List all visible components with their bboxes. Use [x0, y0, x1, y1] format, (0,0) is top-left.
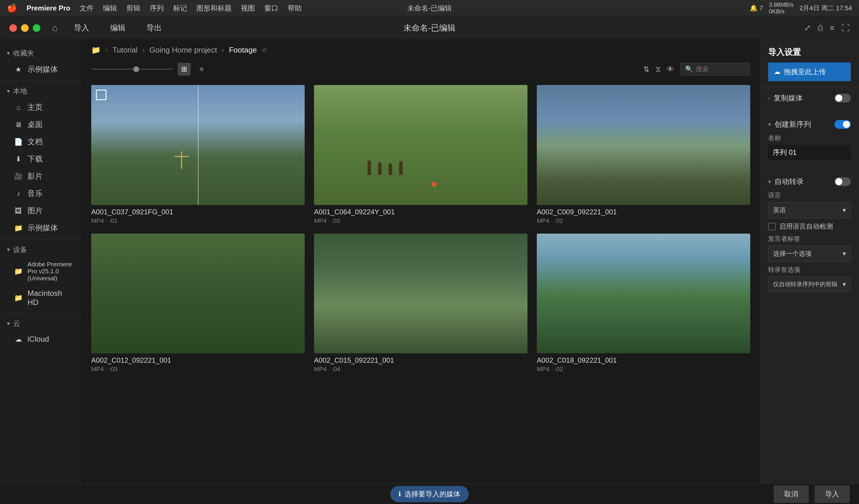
breadcrumb-star[interactable]: ☆: [261, 46, 268, 54]
media-item[interactable]: A002_C018_092221_001 MP4 · :02: [537, 234, 750, 373]
search-box[interactable]: 🔍: [680, 63, 750, 76]
import-button[interactable]: 导入: [815, 485, 850, 503]
media-thumbnail: [314, 85, 527, 205]
grid-view-button[interactable]: ⊞: [178, 63, 191, 76]
media-item[interactable]: A001_C064_09224Y_001 MP4 · :02: [314, 85, 527, 224]
close-button[interactable]: [9, 24, 17, 32]
menu-clip[interactable]: 剪辑: [126, 3, 140, 13]
expand-icon[interactable]: ⤢: [804, 23, 811, 33]
sidebar-item-movies[interactable]: 🎥 影片: [0, 168, 81, 185]
language-select[interactable]: 英语 ▾: [768, 202, 851, 218]
sidebar-item-macintosh[interactable]: 📁 Macintosh HD: [0, 285, 81, 310]
copy-media-header[interactable]: › 复制媒体: [768, 93, 851, 103]
thumb-image: [91, 85, 305, 205]
import-tab[interactable]: 导入: [69, 20, 94, 35]
media-grid: A001_C037_0921FG_001 MP4 · :01: [82, 80, 759, 484]
media-meta: MP4 · :04: [314, 366, 527, 373]
edit-tab[interactable]: 编辑: [106, 20, 130, 35]
menubar-title: 未命名-已编辑: [407, 3, 452, 13]
cloud-label: 云: [13, 319, 20, 328]
slider-thumb[interactable]: [133, 66, 139, 72]
list-icon[interactable]: ≡: [830, 23, 834, 33]
minimize-button[interactable]: [21, 24, 29, 32]
sidebar-item-premiere[interactable]: 📁 Adobe Premiere Pro v25.1.0 (Universal): [0, 257, 81, 285]
menu-sequence[interactable]: 序列: [150, 3, 164, 13]
upload-button[interactable]: ☁ 拖拽至此上传: [768, 62, 851, 81]
bottom-bar: ℹ 选择要导入的媒体 取消 导入: [0, 484, 859, 504]
divider-2: [0, 239, 81, 240]
import-info-banner: ℹ 选择要导入的媒体: [390, 486, 469, 502]
auto-transcribe-header[interactable]: ▾ 自动转录: [768, 177, 851, 186]
auto-detect-checkbox[interactable]: [768, 223, 776, 231]
chevron-down-icon: ▾: [768, 121, 771, 128]
cloud-header[interactable]: ▾ 云: [0, 316, 81, 331]
sidebar-item-home[interactable]: ⌂ 主页: [0, 99, 81, 116]
transcribe-value: 仅自动转录序列中的剪辑: [773, 280, 838, 288]
right-panel: 导入设置 ☁ 拖拽至此上传 › 复制媒体 ▾ 创建新序列: [759, 40, 859, 484]
media-item[interactable]: A002_C015_092221_001 MP4 · :04: [314, 234, 527, 373]
search-input[interactable]: [696, 65, 745, 73]
picture-icon: 🖼: [14, 207, 23, 215]
create-sequence-toggle[interactable]: [834, 120, 851, 129]
cloud-arrow: ▾: [7, 320, 10, 327]
menu-edit[interactable]: 编辑: [103, 3, 117, 13]
home-icon[interactable]: ⌂: [52, 22, 58, 33]
sidebar-item-label: 主页: [28, 102, 43, 112]
auto-transcribe-toggle[interactable]: [834, 177, 851, 186]
sidebar-item-pictures[interactable]: 🖼 图片: [0, 202, 81, 219]
copy-media-toggle[interactable]: [834, 94, 851, 103]
chevron-down-icon: ▾: [843, 206, 846, 214]
media-item[interactable]: A002_C009_092221_001 MP4 · :02: [537, 85, 750, 224]
create-sequence-header[interactable]: ▾ 创建新序列: [768, 120, 851, 129]
sidebar-section-devices: ▾ 设备 📁 Adobe Premiere Pro v25.1.0 (Unive…: [0, 242, 81, 310]
sidebar-item-documents[interactable]: 📄 文档: [0, 133, 81, 151]
toolbar-right: ⤢ ⎙ ≡ ⛶: [804, 23, 850, 33]
menu-graphics[interactable]: 图形和标题: [196, 3, 231, 13]
folder-icon: 📁: [14, 267, 23, 275]
sidebar-item-downloads[interactable]: ⬇ 下载: [0, 151, 81, 168]
devices-header[interactable]: ▾ 设备: [0, 242, 81, 257]
sort-icon[interactable]: ⇅: [643, 65, 650, 74]
sidebar-item-label: 桌面: [28, 120, 43, 130]
sidebar-item-sample-media[interactable]: 📁 示例媒体: [0, 219, 81, 237]
export-tab[interactable]: 导出: [142, 20, 166, 35]
fullscreen-icon[interactable]: ⛶: [842, 23, 850, 33]
breadcrumb-tutorial[interactable]: Tutorial: [112, 46, 138, 54]
menu-file[interactable]: 文件: [79, 3, 93, 13]
notification-bell: 🔔 7: [750, 4, 763, 12]
bottom-buttons: 取消 导入: [774, 485, 850, 503]
breadcrumb-sep: ›: [142, 46, 145, 54]
sidebar-item-desktop[interactable]: 🖥 桌面: [0, 116, 81, 133]
media-item[interactable]: A002_C012_092221_001 MP4 · :03: [91, 234, 305, 373]
maximize-button[interactable]: [33, 24, 40, 32]
main-container: ▾ 收藏夹 ★ 示例媒体 ▾ 本地 ⌂ 主页 🖥 桌面 📄: [0, 40, 859, 484]
media-item[interactable]: A001_C037_0921FG_001 MP4 · :01: [91, 85, 305, 224]
sidebar-item-sample-media-fav[interactable]: ★ 示例媒体: [0, 61, 81, 78]
toolbar-title: 未命名-已编辑: [404, 22, 455, 34]
sidebar-item-icloud[interactable]: ☁ iCloud: [0, 331, 81, 347]
menu-view[interactable]: 视图: [241, 3, 255, 13]
sequence-name-input[interactable]: [768, 145, 851, 160]
favorites-header[interactable]: ▾ 收藏夹: [0, 46, 81, 61]
menu-marker[interactable]: 标记: [173, 3, 187, 13]
menu-help[interactable]: 帮助: [288, 3, 302, 13]
local-header[interactable]: ▾ 本地: [0, 83, 81, 99]
breadcrumb-sep: ›: [105, 46, 108, 54]
share-icon[interactable]: ⎙: [818, 23, 823, 33]
menu-window[interactable]: 窗口: [264, 3, 278, 13]
media-name: A001_C037_0921FG_001: [91, 208, 305, 216]
cancel-button[interactable]: 取消: [774, 485, 809, 503]
breadcrumb-sep: ›: [222, 46, 224, 54]
breadcrumb-project[interactable]: Going Home project: [149, 46, 217, 54]
media-meta: MP4 · :01: [91, 217, 305, 224]
transcribe-select[interactable]: 仅自动转录序列中的剪辑 ▾: [768, 277, 851, 292]
menubar: 🍎 Premiere Pro 文件 编辑 剪辑 序列 标记 图形和标题 视图 窗…: [0, 0, 859, 16]
sidebar-item-label: 示例媒体: [28, 64, 58, 75]
zoom-slider[interactable]: [91, 69, 173, 70]
speaker-select[interactable]: 选择一个选项 ▾: [768, 246, 851, 262]
sidebar-item-music[interactable]: ♪ 音乐: [0, 185, 81, 202]
eye-icon[interactable]: 👁: [667, 65, 674, 74]
list-view-button[interactable]: ≡: [195, 63, 208, 76]
filter-icon[interactable]: ⧖: [655, 65, 661, 74]
toolbar: ⌂ 导入 编辑 导出 未命名-已编辑 ⤢ ⎙ ≡ ⛶: [0, 16, 859, 40]
